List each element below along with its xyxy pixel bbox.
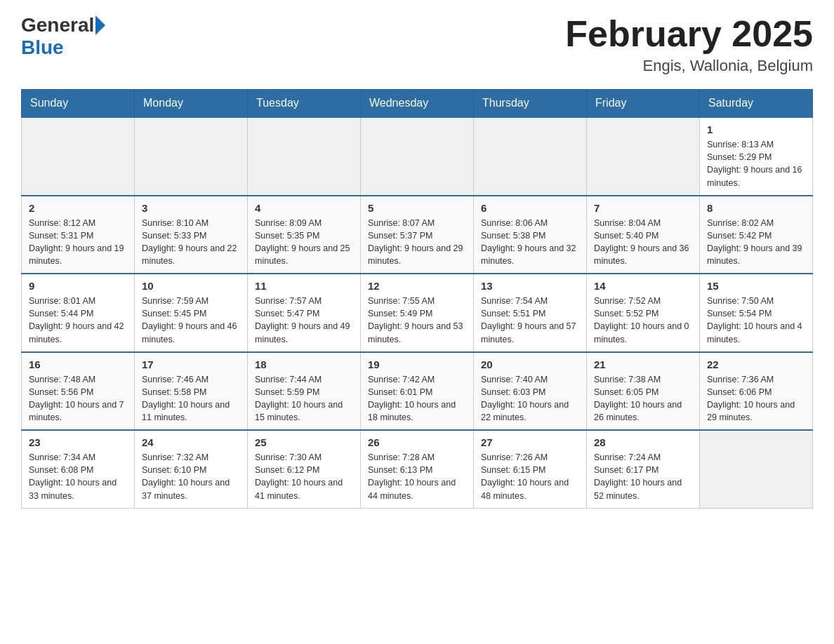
day-info: Sunrise: 7:24 AMSunset: 6:17 PMDaylight:… <box>594 451 692 502</box>
table-row <box>474 117 587 196</box>
day-info: Sunrise: 8:04 AMSunset: 5:40 PMDaylight:… <box>594 217 692 268</box>
table-row: 13Sunrise: 7:54 AMSunset: 5:51 PMDayligh… <box>474 274 587 352</box>
logo-blue-text: Blue <box>21 36 64 58</box>
col-saturday: Saturday <box>700 90 813 118</box>
calendar-week-row: 1Sunrise: 8:13 AMSunset: 5:29 PMDaylight… <box>22 117 813 196</box>
day-info: Sunrise: 8:12 AMSunset: 5:31 PMDaylight:… <box>29 217 127 268</box>
day-number: 6 <box>481 202 579 214</box>
day-info: Sunrise: 7:36 AMSunset: 6:06 PMDaylight:… <box>707 373 805 424</box>
calendar-title: February 2025 <box>565 14 813 54</box>
col-tuesday: Tuesday <box>248 90 361 118</box>
day-info: Sunrise: 8:10 AMSunset: 5:33 PMDaylight:… <box>142 217 240 268</box>
day-info: Sunrise: 7:55 AMSunset: 5:49 PMDaylight:… <box>368 295 466 346</box>
table-row: 16Sunrise: 7:48 AMSunset: 5:56 PMDayligh… <box>22 352 135 431</box>
day-number: 20 <box>481 358 579 370</box>
day-number: 9 <box>29 280 127 292</box>
day-number: 7 <box>594 202 692 214</box>
day-info: Sunrise: 8:09 AMSunset: 5:35 PMDaylight:… <box>255 217 353 268</box>
day-info: Sunrise: 7:42 AMSunset: 6:01 PMDaylight:… <box>368 373 466 424</box>
day-info: Sunrise: 7:32 AMSunset: 6:10 PMDaylight:… <box>142 451 240 502</box>
table-row: 27Sunrise: 7:26 AMSunset: 6:15 PMDayligh… <box>474 430 587 508</box>
table-row: 7Sunrise: 8:04 AMSunset: 5:40 PMDaylight… <box>587 196 700 274</box>
table-row: 9Sunrise: 8:01 AMSunset: 5:44 PMDaylight… <box>22 274 135 352</box>
day-info: Sunrise: 7:50 AMSunset: 5:54 PMDaylight:… <box>707 295 805 346</box>
day-number: 21 <box>594 358 692 370</box>
day-info: Sunrise: 7:57 AMSunset: 5:47 PMDaylight:… <box>255 295 353 346</box>
logo-general-text: General <box>21 14 94 36</box>
table-row: 20Sunrise: 7:40 AMSunset: 6:03 PMDayligh… <box>474 352 587 431</box>
title-section: February 2025 Engis, Wallonia, Belgium <box>565 14 813 75</box>
table-row: 5Sunrise: 8:07 AMSunset: 5:37 PMDaylight… <box>361 196 474 274</box>
day-number: 22 <box>707 358 805 370</box>
day-number: 25 <box>255 436 353 448</box>
day-number: 2 <box>29 202 127 214</box>
day-number: 8 <box>707 202 805 214</box>
table-row <box>135 117 248 196</box>
calendar-week-row: 16Sunrise: 7:48 AMSunset: 5:56 PMDayligh… <box>22 352 813 431</box>
col-monday: Monday <box>135 90 248 118</box>
day-number: 23 <box>29 436 127 448</box>
table-row: 23Sunrise: 7:34 AMSunset: 6:08 PMDayligh… <box>22 430 135 508</box>
day-number: 14 <box>594 280 692 292</box>
table-row <box>248 117 361 196</box>
table-row <box>22 117 135 196</box>
day-number: 19 <box>368 358 466 370</box>
day-info: Sunrise: 7:52 AMSunset: 5:52 PMDaylight:… <box>594 295 692 346</box>
table-row <box>700 430 813 508</box>
day-info: Sunrise: 8:01 AMSunset: 5:44 PMDaylight:… <box>29 295 127 346</box>
table-row: 12Sunrise: 7:55 AMSunset: 5:49 PMDayligh… <box>361 274 474 352</box>
table-row: 6Sunrise: 8:06 AMSunset: 5:38 PMDaylight… <box>474 196 587 274</box>
day-info: Sunrise: 7:46 AMSunset: 5:58 PMDaylight:… <box>142 373 240 424</box>
day-number: 12 <box>368 280 466 292</box>
table-row: 10Sunrise: 7:59 AMSunset: 5:45 PMDayligh… <box>135 274 248 352</box>
day-number: 1 <box>707 123 805 135</box>
table-row: 8Sunrise: 8:02 AMSunset: 5:42 PMDaylight… <box>700 196 813 274</box>
day-info: Sunrise: 7:54 AMSunset: 5:51 PMDaylight:… <box>481 295 579 346</box>
calendar-week-row: 9Sunrise: 8:01 AMSunset: 5:44 PMDaylight… <box>22 274 813 352</box>
day-number: 15 <box>707 280 805 292</box>
day-info: Sunrise: 8:02 AMSunset: 5:42 PMDaylight:… <box>707 217 805 268</box>
table-row: 11Sunrise: 7:57 AMSunset: 5:47 PMDayligh… <box>248 274 361 352</box>
day-number: 28 <box>594 436 692 448</box>
day-info: Sunrise: 8:13 AMSunset: 5:29 PMDaylight:… <box>707 138 805 189</box>
day-info: Sunrise: 7:26 AMSunset: 6:15 PMDaylight:… <box>481 451 579 502</box>
day-number: 17 <box>142 358 240 370</box>
table-row: 28Sunrise: 7:24 AMSunset: 6:17 PMDayligh… <box>587 430 700 508</box>
day-info: Sunrise: 7:40 AMSunset: 6:03 PMDaylight:… <box>481 373 579 424</box>
table-row: 3Sunrise: 8:10 AMSunset: 5:33 PMDaylight… <box>135 196 248 274</box>
table-row: 26Sunrise: 7:28 AMSunset: 6:13 PMDayligh… <box>361 430 474 508</box>
day-number: 26 <box>368 436 466 448</box>
day-info: Sunrise: 7:34 AMSunset: 6:08 PMDaylight:… <box>29 451 127 502</box>
day-number: 11 <box>255 280 353 292</box>
logo: General Blue <box>21 14 107 59</box>
calendar-subtitle: Engis, Wallonia, Belgium <box>565 57 813 75</box>
col-friday: Friday <box>587 90 700 118</box>
calendar-table: Sunday Monday Tuesday Wednesday Thursday… <box>21 89 813 509</box>
table-row: 1Sunrise: 8:13 AMSunset: 5:29 PMDaylight… <box>700 117 813 196</box>
table-row: 18Sunrise: 7:44 AMSunset: 5:59 PMDayligh… <box>248 352 361 431</box>
table-row: 22Sunrise: 7:36 AMSunset: 6:06 PMDayligh… <box>700 352 813 431</box>
calendar-week-row: 23Sunrise: 7:34 AMSunset: 6:08 PMDayligh… <box>22 430 813 508</box>
day-info: Sunrise: 7:48 AMSunset: 5:56 PMDaylight:… <box>29 373 127 424</box>
table-row: 21Sunrise: 7:38 AMSunset: 6:05 PMDayligh… <box>587 352 700 431</box>
table-row: 14Sunrise: 7:52 AMSunset: 5:52 PMDayligh… <box>587 274 700 352</box>
col-thursday: Thursday <box>474 90 587 118</box>
table-row: 25Sunrise: 7:30 AMSunset: 6:12 PMDayligh… <box>248 430 361 508</box>
day-number: 13 <box>481 280 579 292</box>
day-number: 4 <box>255 202 353 214</box>
day-info: Sunrise: 7:28 AMSunset: 6:13 PMDaylight:… <box>368 451 466 502</box>
day-info: Sunrise: 7:44 AMSunset: 5:59 PMDaylight:… <box>255 373 353 424</box>
day-info: Sunrise: 7:30 AMSunset: 6:12 PMDaylight:… <box>255 451 353 502</box>
day-number: 10 <box>142 280 240 292</box>
day-number: 27 <box>481 436 579 448</box>
table-row <box>587 117 700 196</box>
day-number: 5 <box>368 202 466 214</box>
calendar-week-row: 2Sunrise: 8:12 AMSunset: 5:31 PMDaylight… <box>22 196 813 274</box>
table-row: 15Sunrise: 7:50 AMSunset: 5:54 PMDayligh… <box>700 274 813 352</box>
col-wednesday: Wednesday <box>361 90 474 118</box>
day-number: 18 <box>255 358 353 370</box>
col-sunday: Sunday <box>22 90 135 118</box>
day-number: 16 <box>29 358 127 370</box>
table-row: 2Sunrise: 8:12 AMSunset: 5:31 PMDaylight… <box>22 196 135 274</box>
day-info: Sunrise: 7:38 AMSunset: 6:05 PMDaylight:… <box>594 373 692 424</box>
